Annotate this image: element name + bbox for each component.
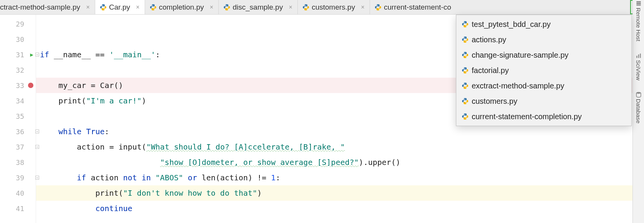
tab-customers[interactable]: customers.py × [298, 0, 370, 14]
svg-point-24 [466, 72, 467, 73]
fold-icon[interactable]: − [35, 130, 39, 133]
line-number: 36 [16, 128, 24, 136]
line-number: 38 [16, 158, 24, 166]
line-number: 41 [16, 205, 24, 213]
line-number: 40 [16, 189, 24, 197]
line-number: 35 [16, 112, 24, 120]
svg-point-8 [376, 5, 377, 5]
tab-label: disc_sample.py [233, 3, 283, 12]
run-icon[interactable]: ▶ [30, 52, 33, 58]
close-icon[interactable]: × [85, 4, 91, 11]
python-file-icon [100, 4, 107, 11]
tab-car[interactable]: Car.py × [95, 0, 145, 14]
svg-rect-15 [640, 53, 641, 58]
fold-icon[interactable]: − [35, 145, 39, 149]
database-icon [636, 92, 642, 97]
svg-point-19 [464, 37, 464, 38]
python-file-icon [462, 82, 469, 89]
svg-point-29 [464, 114, 464, 115]
tab-label: customers.py [312, 3, 355, 12]
popup-file-item[interactable]: change-signature-sample.py [456, 47, 631, 63]
svg-point-1 [104, 9, 105, 10]
svg-point-4 [225, 5, 226, 5]
breakpoint-icon[interactable] [28, 83, 33, 88]
close-icon[interactable]: × [287, 4, 294, 11]
popup-file-item[interactable]: factorial.py [456, 63, 631, 78]
line-number: 33 [16, 82, 24, 90]
svg-point-0 [102, 5, 102, 5]
close-icon[interactable]: × [360, 4, 366, 11]
close-icon[interactable]: × [208, 4, 215, 11]
tab-label: completion.py [159, 3, 204, 12]
svg-point-16 [636, 92, 641, 94]
python-file-icon [462, 98, 469, 105]
python-file-icon [223, 4, 230, 11]
close-icon[interactable]: × [135, 4, 141, 11]
line-number: 34 [16, 97, 24, 105]
python-file-icon [462, 36, 469, 43]
svg-point-6 [304, 5, 305, 5]
svg-point-7 [307, 9, 307, 10]
popup-file-item[interactable]: test_pytest_bdd_car.py [456, 17, 631, 32]
svg-point-28 [466, 103, 467, 104]
server-icon [636, 1, 642, 6]
python-file-icon [462, 52, 469, 58]
rail-database[interactable]: Database [635, 92, 642, 123]
tab-current-statement[interactable]: current-statement-co [370, 0, 630, 14]
popup-file-item[interactable]: exctract-method-sample.py [456, 78, 631, 93]
python-file-icon [375, 4, 381, 11]
tab-label: Car.py [109, 3, 130, 12]
svg-rect-12 [636, 5, 641, 5]
svg-point-22 [466, 57, 467, 58]
line-number: 31 [16, 51, 24, 59]
tab-exctract-method-sample[interactable]: ctract-method-sample.py × [0, 0, 95, 14]
popup-file-item[interactable]: customers.py [456, 93, 631, 109]
svg-point-27 [464, 98, 464, 99]
line-number: 32 [16, 66, 24, 74]
tab-disc-sample[interactable]: disc_sample.py × [219, 0, 298, 14]
svg-point-5 [228, 9, 228, 10]
fold-icon[interactable]: − [35, 176, 39, 180]
svg-rect-13 [636, 56, 637, 58]
svg-point-3 [154, 9, 155, 10]
svg-rect-11 [636, 3, 641, 4]
line-number: 30 [16, 35, 24, 43]
rail-remote-host[interactable]: Remote Host [635, 1, 642, 42]
svg-point-20 [466, 42, 467, 42]
fold-icon[interactable]: − [35, 53, 39, 57]
line-number: 29 [16, 20, 24, 28]
tab-label: ctract-method-sample.py [0, 3, 80, 12]
popup-file-item[interactable]: current-statement-completion.py [456, 109, 631, 124]
python-file-icon [462, 113, 469, 120]
tool-window-rail: Remote Host SciView Database [632, 0, 644, 223]
svg-point-21 [464, 52, 464, 53]
python-file-icon [302, 4, 309, 11]
svg-point-30 [466, 118, 467, 119]
rail-sciview[interactable]: SciView [635, 53, 642, 80]
svg-point-26 [466, 88, 467, 88]
svg-point-25 [464, 83, 464, 84]
python-file-icon [462, 21, 469, 28]
svg-point-18 [466, 26, 467, 27]
line-number: 37 [16, 143, 24, 151]
svg-point-23 [464, 68, 464, 68]
chart-icon [636, 53, 642, 58]
svg-rect-14 [638, 54, 639, 58]
svg-point-9 [379, 9, 380, 10]
line-number: 39 [16, 174, 24, 182]
overflow-tabs-popup: test_pytest_bdd_car.py actions.py change… [456, 15, 632, 126]
python-file-icon [150, 4, 157, 11]
python-file-icon [462, 67, 469, 74]
svg-rect-10 [636, 1, 641, 2]
gutter: 29 30 31▶ 32 33 34 35 36 37 38 39 40 41 [0, 15, 36, 223]
editor-tab-bar: ctract-method-sample.py × Car.py × compl… [0, 0, 644, 15]
svg-point-17 [464, 22, 464, 22]
tab-label: current-statement-co [384, 3, 451, 12]
tab-completion[interactable]: completion.py × [145, 0, 219, 14]
popup-file-item[interactable]: actions.py [456, 32, 631, 47]
svg-point-2 [152, 5, 152, 5]
